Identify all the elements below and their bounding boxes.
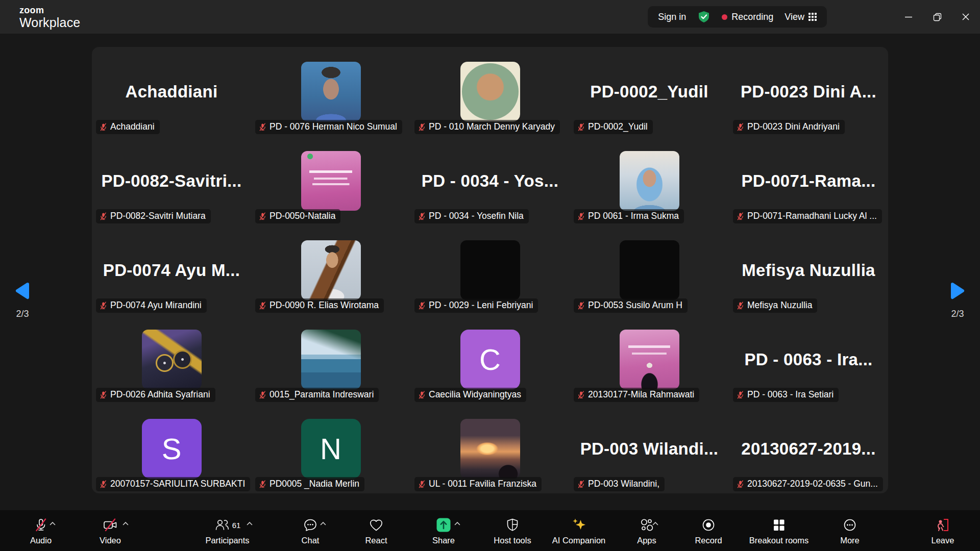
participants-options-chevron-icon[interactable] [247, 521, 253, 525]
audio-button[interactable]: Audio [20, 510, 61, 551]
participant-name-tag: PD-0002_Yudil [574, 120, 653, 134]
participant-display-name: PD-0023 Dini A... [741, 82, 876, 102]
video-button[interactable]: Video [90, 510, 131, 551]
participant-tile[interactable]: PD-0026 Adhita Syafriani [92, 315, 251, 404]
participant-name-text: 20070157-SARIULITA SURBAKTI [110, 479, 245, 489]
breakout-rooms-button[interactable]: Breakout rooms [744, 510, 814, 551]
close-button[interactable] [951, 0, 980, 34]
participant-tile[interactable]: PD - 010 March Denny Karyady [410, 47, 570, 136]
minimize-button[interactable] [894, 0, 923, 34]
record-label: Record [695, 536, 722, 545]
participant-name-tag: Achaddiani [96, 120, 160, 134]
participant-tile[interactable]: PD-0002_YudilPD-0002_Yudil [570, 47, 729, 136]
mic-muted-icon [100, 212, 107, 220]
leave-button[interactable]: Leave [918, 510, 967, 551]
mic-muted-icon [100, 302, 107, 310]
view-button[interactable]: View [785, 12, 817, 22]
ai-companion-button[interactable]: AI Companion [549, 510, 608, 551]
mic-muted-icon [418, 212, 426, 220]
participant-display-name: PD-0074 Ayu M... [103, 261, 240, 280]
participants-icon [214, 517, 230, 533]
mic-muted-icon [259, 391, 266, 399]
participant-name-text: PD-0002_Yudil [588, 121, 648, 132]
next-page-arrow-icon[interactable] [949, 282, 966, 302]
share-button[interactable]: Share [423, 510, 464, 551]
participant-tile[interactable]: NPD0005 _Nadia Merlin [251, 404, 410, 493]
apps-options-chevron-icon[interactable] [652, 521, 658, 525]
participant-name-tag: PD - 0034 - Yosefin Nila [414, 209, 529, 223]
participant-tile[interactable]: 20130627-2019...20130627-2019-02-0635 - … [729, 404, 888, 493]
participants-label: Participants [205, 536, 249, 545]
apps-button[interactable]: Apps [626, 510, 667, 551]
mic-muted-icon [577, 391, 585, 399]
mic-muted-icon [737, 302, 744, 310]
share-options-chevron-icon[interactable] [454, 521, 460, 525]
participant-tile[interactable]: PD-0071-Rama...PD-0071-Ramadhani Lucky A… [729, 136, 888, 226]
participant-tile[interactable]: AchaddianiAchaddiani [92, 47, 251, 136]
mic-muted-icon [33, 517, 48, 533]
recording-indicator[interactable]: Recording [722, 12, 773, 22]
participant-name-text: Caecilia Widyaningtyas [429, 389, 521, 400]
mic-muted-icon [259, 212, 266, 220]
previous-page-arrow-icon[interactable] [14, 282, 31, 302]
participant-name-text: 20130177-Mila Rahmawati [588, 389, 694, 400]
audio-options-chevron-icon[interactable] [50, 521, 56, 525]
recording-dot-icon [722, 14, 727, 20]
titlebar: zoom Workplace Sign in Recording View [0, 0, 980, 34]
more-button[interactable]: More [829, 510, 870, 551]
participant-name-tag: PD - 0076 Herman Nico Sumual [255, 120, 402, 134]
participant-display-name: PD-0002_Yudil [590, 82, 708, 102]
participant-tile[interactable]: PD - 0063 - Ira...PD - 0063 - Ira Setiar… [729, 315, 888, 404]
participant-tile[interactable]: PD-0082-Savitri...PD-0082-Savitri Mutiar… [92, 136, 251, 226]
participant-name-tag: PD-003 Wilandini, [574, 477, 665, 491]
participants-button[interactable]: 61 Participants [198, 510, 257, 551]
participant-name-tag: 20130177-Mila Rahmawati [574, 388, 699, 402]
participant-photo-avatar [460, 240, 520, 300]
share-screen-icon [436, 517, 451, 533]
chat-icon [303, 517, 318, 533]
participant-tile[interactable]: S20070157-SARIULITA SURBAKTI [92, 404, 251, 493]
participant-tile[interactable]: PD-0074 Ayu M...PD-0074 Ayu Mirandini [92, 226, 251, 315]
participant-tile[interactable]: Mefisya NuzulliaMefisya Nuzullia [729, 226, 888, 315]
participant-tile[interactable]: PD - 0076 Herman Nico Sumual [251, 47, 410, 136]
heart-react-icon [369, 517, 384, 533]
participant-tile[interactable]: PD - 0034 - Yos...PD - 0034 - Yosefin Ni… [410, 136, 570, 226]
gallery-panel: AchaddianiAchaddianiPD - 0076 Herman Nic… [92, 47, 888, 493]
participant-name-text: PD0005 _Nadia Merlin [270, 479, 359, 489]
participant-name-tag: Caecilia Widyaningtyas [414, 388, 526, 402]
participant-tile[interactable]: PD-0053 Susilo Arum H [570, 226, 729, 315]
participant-tile[interactable]: 0015_Paramita Indreswari [251, 315, 410, 404]
participant-tile[interactable]: PD-0090 R. Elias Wirotama [251, 226, 410, 315]
participant-tile[interactable]: UL - 0011 Favilia Franziska [410, 404, 570, 493]
sign-in-button[interactable]: Sign in [658, 12, 686, 22]
participant-tile[interactable]: PD-0023 Dini A...PD-0023 Dini Andriyani [729, 47, 888, 136]
participant-tile[interactable]: PD - 0029 - Leni Febriyani [410, 226, 570, 315]
participant-tile[interactable]: PD 0061 - Irma Sukma [570, 136, 729, 226]
participant-name-text: PD-0090 R. Elias Wirotama [270, 300, 379, 311]
mic-muted-icon [418, 391, 426, 399]
host-tools-label: Host tools [494, 536, 531, 545]
participant-monogram-avatar: C [460, 330, 520, 389]
mic-muted-icon [418, 123, 426, 131]
chat-button[interactable]: Chat [290, 510, 331, 551]
mic-muted-icon [259, 123, 266, 131]
participant-tile[interactable]: CCaecilia Widyaningtyas [410, 315, 570, 404]
record-button[interactable]: Record [685, 510, 732, 551]
host-tools-button[interactable]: Host tools [489, 510, 536, 551]
gallery-view-icon [808, 13, 817, 21]
participant-display-name: PD-0082-Savitri... [101, 171, 241, 191]
video-off-icon [102, 517, 118, 533]
restore-button[interactable] [923, 0, 951, 34]
participant-name-text: PD-0050-Natalia [270, 211, 335, 221]
react-button[interactable]: React [356, 510, 397, 551]
participant-name-text: UL - 0011 Favilia Franziska [429, 479, 536, 489]
breakout-rooms-icon [771, 517, 787, 533]
chat-options-chevron-icon[interactable] [320, 521, 326, 525]
participant-tile[interactable]: 20130177-Mila Rahmawati [570, 315, 729, 404]
view-label: View [785, 12, 804, 22]
encryption-shield-icon[interactable] [697, 10, 710, 23]
video-options-chevron-icon[interactable] [122, 521, 129, 525]
participant-tile[interactable]: PD-003 Wilandi...PD-003 Wilandini, [570, 404, 729, 493]
participant-tile[interactable]: PD-0050-Natalia [251, 136, 410, 226]
participant-name-text: PD-003 Wilandini, [588, 479, 659, 489]
